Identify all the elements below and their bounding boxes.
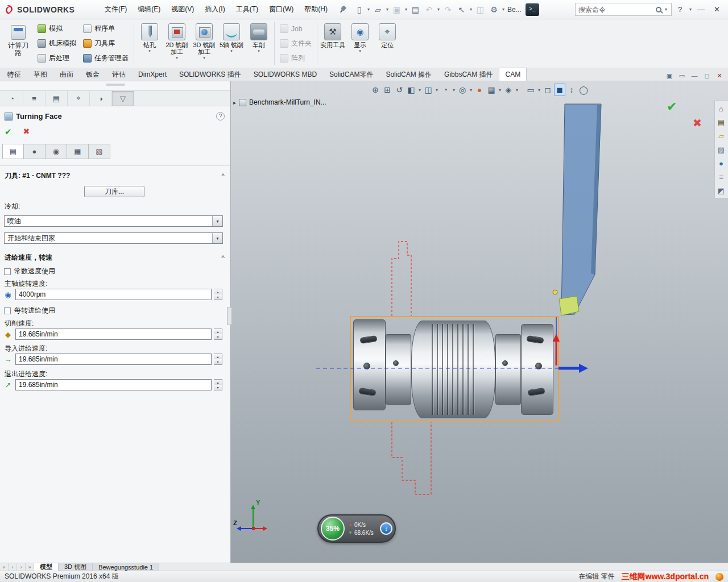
home-dropdown-caret-icon[interactable]: ▾ [212, 233, 222, 243]
spin-up-icon[interactable]: ▴ [214, 380, 222, 385]
hud-caret-icon[interactable]: ▾ [498, 88, 502, 93]
custom-properties-icon[interactable]: ≡ [715, 171, 727, 183]
command-window-icon[interactable]: >_ [526, 3, 539, 16]
doc-restore-icon[interactable]: ◻ [701, 70, 713, 81]
stock-display-icon[interactable]: ◻ [542, 84, 553, 96]
tab-solidworks-addins[interactable]: SOLIDWORKS 插件 [173, 68, 247, 81]
tool-group-header[interactable]: 刀具: #1 - CNMT ??? ^ [5, 171, 225, 181]
hud-caret-icon[interactable]: ▾ [537, 88, 541, 93]
milling-3d-button[interactable]: 3D 铣削加工 ▾ [191, 20, 218, 66]
tool-library-dialog-button[interactable]: 刀库... [84, 186, 144, 197]
section-view-icon[interactable]: ◧ [406, 84, 417, 96]
tool-library-button[interactable]: 刀具库 [80, 37, 132, 51]
open-icon[interactable]: ▱ [371, 3, 384, 16]
page-tab-technology[interactable]: ▦ [67, 144, 89, 159]
pattern-button[interactable]: 阵列 [276, 52, 315, 65]
menu-insert[interactable]: 插入(I) [200, 2, 230, 16]
hide-show-items-icon[interactable]: ◎ [457, 84, 468, 96]
tree-item-label[interactable]: Benchmark-MillTurn_IN... [249, 98, 326, 106]
previous-view-icon[interactable]: ↺ [394, 84, 405, 96]
redo-icon[interactable]: ↷ [441, 3, 454, 16]
hud-caret-icon[interactable]: ▾ [435, 88, 439, 93]
options-caret-icon[interactable]: ▾ [501, 7, 506, 12]
page-tab-geometry[interactable]: ● [24, 144, 46, 159]
menu-edit[interactable]: 编辑(E) [133, 2, 166, 16]
progress-widget[interactable]: 35% ▲0K/s ▼68.6K/s ↕ [317, 514, 396, 543]
spin-down-icon[interactable]: ▾ [214, 334, 222, 339]
origin-display-icon[interactable]: ◯ [578, 84, 589, 96]
tab-solidworks-mbd[interactable]: SOLIDWORKS MBD [247, 68, 323, 81]
featuremanager-tree-tab[interactable]: ≡ [23, 91, 46, 106]
coolant-dropdown-caret-icon[interactable]: ▾ [212, 216, 222, 226]
confirmation-cancel-icon[interactable]: ✖ [693, 117, 702, 130]
leadout-feed-input[interactable] [16, 381, 211, 389]
tab-scroll-next-icon[interactable]: › [17, 563, 26, 571]
feature-tree-item[interactable]: ▸ Benchmark-MillTurn_IN... [233, 98, 326, 106]
accept-icon[interactable]: ✔ [5, 127, 12, 137]
drilling-button[interactable]: 钻孔 ▾ [136, 20, 163, 66]
tab-solidcam-parts[interactable]: SolidCAM零件 [323, 68, 379, 81]
hud-caret-icon[interactable]: ▾ [417, 88, 422, 93]
save-icon[interactable]: ▣ [390, 3, 403, 16]
minimize-button[interactable]: — [693, 3, 709, 16]
target-display-icon[interactable]: ◼ [554, 84, 565, 96]
zoom-fit-icon[interactable]: ⊕ [370, 84, 381, 96]
tab-gibbscam-addin[interactable]: GibbsCAM 插件 [438, 68, 499, 81]
transfer-badge-icon[interactable]: ↕ [380, 522, 392, 535]
search-caret-icon[interactable]: ▾ [664, 7, 668, 12]
folder-button[interactable]: 文件夹 [276, 37, 315, 51]
tab-surfaces[interactable]: 曲面 [53, 68, 80, 81]
tab-scroll-first-icon[interactable]: « [0, 563, 9, 571]
task-manager-button[interactable]: 任务管理器 [80, 52, 132, 65]
page-tab-motion[interactable]: ▧ [89, 144, 110, 159]
spin-up-icon[interactable]: ▴ [214, 354, 222, 359]
machine-display-icon[interactable]: ▭ [525, 84, 536, 96]
hud-caret-icon[interactable]: ▾ [469, 88, 473, 93]
panel-splitter-handle[interactable] [227, 307, 232, 325]
hud-caret-icon[interactable]: ▾ [452, 88, 456, 93]
save-caret-icon[interactable]: ▾ [404, 7, 408, 12]
spindle-speed-input[interactable] [16, 290, 211, 298]
menu-help[interactable]: 帮助(H) [299, 2, 333, 16]
coolant-dropdown[interactable]: 喷油 ▾ [4, 215, 223, 227]
tool-group-collapse-icon[interactable]: ^ [221, 172, 225, 180]
help-caret-icon[interactable]: ▾ [688, 7, 693, 12]
leadout-feed-spinner[interactable]: ▴▾ [214, 379, 222, 390]
spin-down-icon[interactable]: ▾ [214, 385, 222, 390]
home-position-dropdown[interactable]: 开始和结束回家 ▾ [4, 232, 223, 244]
positioning-button[interactable]: ⌖ 定位 [374, 20, 401, 66]
spindle-spinner[interactable]: ▴▾ [214, 289, 222, 300]
job-button[interactable]: Job [276, 22, 315, 36]
display-button[interactable]: ◉ 显示 ▾ [346, 20, 374, 66]
confirmation-accept-icon[interactable]: ✔ [667, 99, 677, 114]
apply-scene-icon[interactable]: ▦ [486, 84, 497, 96]
updown-tool-icon[interactable]: ↕ [566, 84, 577, 96]
simulate-button[interactable]: 模拟 [34, 22, 80, 36]
tab-sheetmetal[interactable]: 钣金 [80, 68, 106, 81]
edit-appearance-icon[interactable]: ● [474, 84, 485, 96]
new-document-icon[interactable]: ▯ [353, 3, 366, 16]
doc-minimize-icon[interactable]: — [688, 70, 701, 81]
tab-scroll-prev-icon[interactable]: ‹ [9, 563, 17, 571]
view-settings-icon[interactable]: ◈ [503, 84, 514, 96]
view-palette-icon[interactable]: ▨ [715, 143, 727, 156]
turning-button[interactable]: 车削 ▾ [245, 20, 272, 66]
forum-icon[interactable]: ◩ [715, 184, 727, 197]
help-button[interactable]: ? [672, 3, 688, 16]
dimxpert-manager-tab[interactable]: ⌖ [68, 91, 90, 106]
new-caret-icon[interactable]: ▾ [366, 7, 371, 12]
tab-features[interactable]: 特征 [1, 68, 27, 81]
cancel-icon[interactable]: ✖ [23, 127, 30, 137]
help-circle-icon[interactable]: ? [216, 112, 225, 120]
program-sheet-button[interactable]: 程序单 [80, 22, 132, 36]
view-orientation-icon[interactable]: ◫ [423, 84, 434, 96]
turning-insert[interactable] [559, 296, 579, 315]
tab-solidcam-operations[interactable]: SolidCAM 操作 [379, 68, 438, 81]
print-icon[interactable]: ▤ [409, 3, 422, 16]
menu-window[interactable]: 窗口(W) [264, 2, 299, 16]
leadin-feed-input[interactable] [16, 355, 211, 363]
right-hub[interactable] [495, 334, 521, 405]
graphics-viewport[interactable]: ▸ Benchmark-MillTurn_IN... ⊕ ⊞ ↺ ◧ ▾ ◫ ▾… [231, 81, 728, 563]
cutting-feed-input[interactable] [16, 330, 211, 338]
post-process-button[interactable]: 后处理 [34, 52, 80, 65]
